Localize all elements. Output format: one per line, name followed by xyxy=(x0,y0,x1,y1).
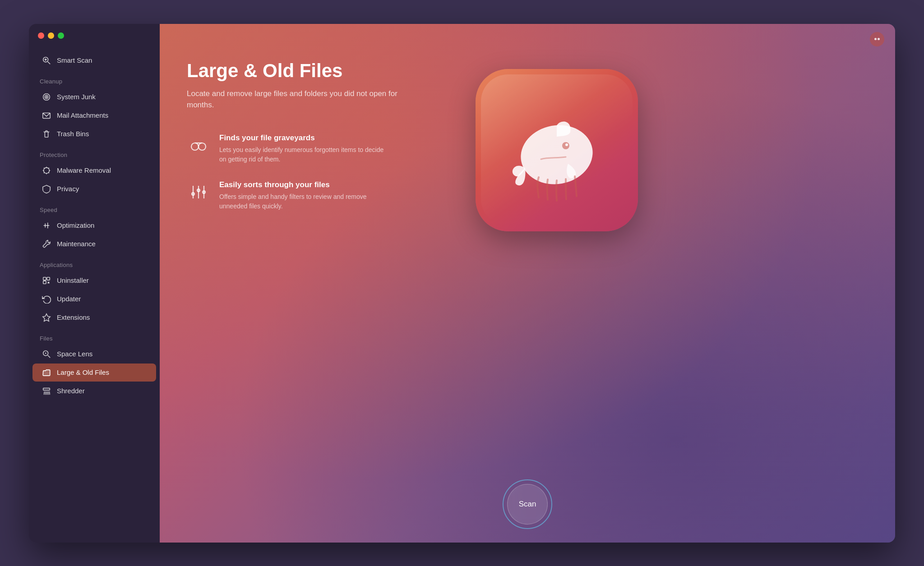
sidebar-item-malware-removal[interactable]: Malware Removal xyxy=(32,161,156,179)
text-section: Large & Old Files Locate and remove larg… xyxy=(187,60,457,475)
svg-point-46 xyxy=(565,143,568,146)
space-lens-icon xyxy=(42,349,51,359)
traffic-lights xyxy=(38,32,64,39)
svg-point-42 xyxy=(192,193,194,195)
feature-1-icon-wrap xyxy=(187,133,210,157)
sidebar-section-speed: Speed xyxy=(29,198,160,216)
maintenance-icon xyxy=(42,239,51,249)
feature-2-desc: Offers simple and handy filters to revie… xyxy=(219,192,391,211)
large-files-icon xyxy=(42,368,51,377)
binoculars-icon xyxy=(189,135,208,155)
svg-line-15 xyxy=(49,168,49,168)
sidebar-item-mail-attachments[interactable]: Mail Attachments xyxy=(32,106,156,124)
filter-icon xyxy=(189,182,208,202)
sidebar-item-maintenance-label: Maintenance xyxy=(57,240,96,248)
close-button[interactable] xyxy=(38,32,44,39)
smart-scan-icon xyxy=(42,55,51,65)
sidebar-item-trash-bins-label: Trash Bins xyxy=(57,130,89,138)
svg-line-13 xyxy=(44,168,44,168)
feature-item-1: Finds your file graveyards Lets you easi… xyxy=(187,133,457,164)
sidebar-item-large-old-files[interactable]: Large & Old Files xyxy=(32,364,156,382)
sidebar-item-extensions-label: Extensions xyxy=(57,313,90,321)
sidebar-item-updater-label: Updater xyxy=(57,295,81,303)
svg-point-43 xyxy=(203,191,205,193)
content-area: Large & Old Files Locate and remove larg… xyxy=(187,60,868,475)
sidebar-section-protection: Protection xyxy=(29,143,160,161)
privacy-icon xyxy=(42,184,51,194)
title-bar xyxy=(29,24,895,47)
svg-rect-22 xyxy=(43,281,46,283)
main-content: Large & Old Files Locate and remove larg… xyxy=(160,24,895,543)
svg-point-36 xyxy=(199,143,206,150)
whale-illustration xyxy=(498,96,615,204)
page-subtitle: Locate and remove large files and folder… xyxy=(187,88,412,111)
app-icon xyxy=(476,69,638,231)
svg-point-8 xyxy=(44,167,50,173)
sidebar-item-large-old-files-label: Large & Old Files xyxy=(57,368,109,376)
minimize-button[interactable] xyxy=(48,32,54,39)
optimization-icon xyxy=(42,221,51,230)
scan-button[interactable]: Scan xyxy=(507,484,548,525)
mail-icon xyxy=(42,110,51,120)
svg-point-45 xyxy=(562,142,569,149)
system-junk-icon xyxy=(42,92,51,102)
sidebar-item-space-lens-label: Space Lens xyxy=(57,350,92,358)
sidebar-item-shredder-label: Shredder xyxy=(57,387,85,395)
svg-rect-20 xyxy=(43,277,46,280)
feature-2-text: Easily sorts through your files Offers s… xyxy=(219,180,391,211)
scan-button-wrap: Scan xyxy=(507,484,548,525)
app-window: Smart Scan Cleanup System Junk Mail Atta… xyxy=(29,24,895,543)
svg-line-16 xyxy=(44,172,44,173)
svg-line-14 xyxy=(49,172,49,173)
sidebar-item-trash-bins[interactable]: Trash Bins xyxy=(32,125,156,143)
uninstaller-icon xyxy=(42,276,51,285)
page-title: Large & Old Files xyxy=(187,60,457,82)
svg-marker-25 xyxy=(43,313,50,321)
feature-2-title: Easily sorts through your files xyxy=(219,180,391,189)
sidebar-item-smart-scan-label: Smart Scan xyxy=(57,56,92,64)
sidebar-item-optimization-label: Optimization xyxy=(57,221,94,229)
svg-line-34 xyxy=(49,391,50,394)
sidebar-item-uninstaller[interactable]: Uninstaller xyxy=(32,271,156,290)
feature-item-2: Easily sorts through your files Offers s… xyxy=(187,180,457,211)
sidebar-item-space-lens[interactable]: Space Lens xyxy=(32,345,156,363)
sidebar-item-system-junk[interactable]: System Junk xyxy=(32,88,156,106)
shredder-icon xyxy=(42,386,51,396)
sidebar-item-privacy-label: Privacy xyxy=(57,185,79,193)
feature-1-title: Finds your file graveyards xyxy=(219,133,391,143)
maximize-button[interactable] xyxy=(58,32,64,39)
sidebar-section-cleanup: Cleanup xyxy=(29,70,160,87)
bottom-area: Scan xyxy=(187,475,868,525)
sidebar-item-mail-attachments-label: Mail Attachments xyxy=(57,111,108,119)
sidebar-item-optimization[interactable]: Optimization xyxy=(32,216,156,235)
feature-list: Finds your file graveyards Lets you easi… xyxy=(187,133,457,211)
sidebar-item-system-junk-label: System Junk xyxy=(57,93,96,101)
svg-line-1 xyxy=(48,61,50,64)
svg-line-30 xyxy=(44,391,45,394)
updater-icon xyxy=(42,294,51,304)
sidebar: Smart Scan Cleanup System Junk Mail Atta… xyxy=(29,24,160,543)
trash-icon xyxy=(42,129,51,139)
svg-line-27 xyxy=(48,355,50,357)
sidebar-item-updater[interactable]: Updater xyxy=(32,290,156,308)
sidebar-item-shredder[interactable]: Shredder xyxy=(32,382,156,400)
svg-rect-29 xyxy=(43,388,50,390)
sidebar-section-applications: Applications xyxy=(29,253,160,271)
feature-2-icon-wrap xyxy=(187,180,210,204)
sidebar-item-maintenance[interactable]: Maintenance xyxy=(32,235,156,253)
svg-rect-21 xyxy=(47,277,50,280)
feature-1-text: Finds your file graveyards Lets you easi… xyxy=(219,133,391,164)
svg-point-6 xyxy=(46,97,47,97)
sidebar-item-extensions[interactable]: Extensions xyxy=(32,308,156,327)
illustration-area xyxy=(476,60,638,475)
svg-point-35 xyxy=(191,143,199,150)
sidebar-item-malware-removal-label: Malware Removal xyxy=(57,166,111,174)
extensions-icon xyxy=(42,313,51,322)
sidebar-item-uninstaller-label: Uninstaller xyxy=(57,276,89,284)
malware-icon xyxy=(42,166,51,175)
svg-point-41 xyxy=(197,189,200,192)
sidebar-item-privacy[interactable]: Privacy xyxy=(32,180,156,198)
sidebar-section-files: Files xyxy=(29,327,160,345)
sidebar-item-smart-scan[interactable]: Smart Scan xyxy=(32,51,156,69)
feature-1-desc: Lets you easily identify numerous forgot… xyxy=(219,145,391,164)
